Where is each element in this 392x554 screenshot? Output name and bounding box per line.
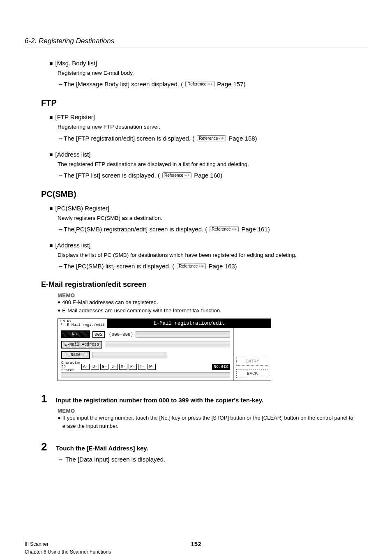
lcd-back-button[interactable]: BACK xyxy=(236,369,268,378)
ftp-register-ref-line: →The [FTP registration/edit] screen is d… xyxy=(58,135,367,142)
square-icon: ■ xyxy=(49,242,53,248)
step-2-sub: → The [Data Input] screen is displayed. xyxy=(58,456,367,463)
lcd-char-key[interactable]: G- xyxy=(100,364,108,370)
square-icon: ■ xyxy=(49,205,53,211)
lcd-char-key-selected[interactable]: No.etc xyxy=(212,364,230,370)
lcd-name-field xyxy=(92,352,166,358)
square-icon: ■ xyxy=(49,60,53,66)
ftp-heading: FTP xyxy=(41,98,367,108)
step-number: 1 xyxy=(41,392,50,405)
msg-body-title: [Msg. Body list] xyxy=(55,60,97,67)
lcd-char-row: Character to search A- D- G- J- M- P- T-… xyxy=(61,361,230,372)
lcd-name-key[interactable]: Name xyxy=(61,351,90,359)
email-memo-block: MEMO ●400 E-Mail addresses can be regist… xyxy=(58,292,367,314)
lcd-char-key[interactable]: W- xyxy=(148,364,156,370)
pcsmb-address-ref-line: →The [PC(SMB) list] screen is displayed.… xyxy=(58,263,367,270)
pcsmb-address-arrow-suffix: Page 163) xyxy=(208,263,237,270)
msg-body-desc: Registering a new E-mail body. xyxy=(58,69,367,77)
reference-badge: Reference xyxy=(185,81,214,87)
step-2-title: Touch the [E-Mail Address] key. xyxy=(56,442,148,452)
lcd-header: ENTRY └─ E-Mail regi./edit E-Mail regist… xyxy=(58,319,271,328)
bullet-icon: ● xyxy=(58,414,61,430)
page-number: 152 xyxy=(191,540,201,547)
lcd-char-label: Character to search xyxy=(61,361,80,372)
footer-line2: Chapter 6 Using the Scanner Functions xyxy=(25,548,111,554)
lcd-no-range: (000-399) xyxy=(107,332,133,337)
lcd-no-key[interactable]: No. xyxy=(61,330,90,338)
lcd-char-key[interactable]: A- xyxy=(81,364,90,370)
step-1-memo: MEMO ●If you input the wrong number, tou… xyxy=(58,408,367,430)
footer-left: III Scanner Chapter 6 Using the Scanner … xyxy=(25,540,111,554)
reference-badge-label: Reference xyxy=(164,173,183,178)
arrow-dots-icon xyxy=(219,137,224,139)
email-memo-item: 400 E-Mail addresses can be registered. xyxy=(62,298,158,307)
lcd-email-address-key[interactable]: E-Mail Address xyxy=(61,341,102,349)
page-footer: III Scanner Chapter 6 Using the Scanner … xyxy=(25,537,367,554)
arrow-dots-icon xyxy=(232,228,237,231)
square-icon: ■ xyxy=(49,114,53,120)
pcsmb-address-title: [Address list] xyxy=(55,242,90,249)
ftp-address-desc: The registered FTP destinations are disp… xyxy=(58,160,367,169)
lcd-breadcrumb: ENTRY └─ E-Mail regi./edit xyxy=(58,319,108,328)
ftp-register-arrow-prefix: →The [FTP registration/edit] screen is d… xyxy=(58,135,194,142)
lcd-filler xyxy=(136,331,230,338)
reference-badge-label: Reference xyxy=(179,264,198,268)
pcsmb-register-title: [PC(SMB) Register] xyxy=(55,205,109,212)
bullet-icon: ● xyxy=(58,307,60,315)
email-reg-heading: E-Mail registration/edit screen xyxy=(41,280,367,289)
reference-badge: Reference xyxy=(177,263,206,269)
lcd-crumb-bottom: └─ E-Mail regi./edit xyxy=(60,323,105,327)
msg-body-ref-line: →The [Message Body list] screen displaye… xyxy=(58,81,367,88)
ftp-address-title: [Address list] xyxy=(55,151,90,158)
lcd-char-key[interactable]: J- xyxy=(110,364,118,370)
msg-body-arrow-prefix: →The [Message Body list] screen displaye… xyxy=(58,81,183,88)
lcd-char-key[interactable]: D- xyxy=(91,364,99,370)
lcd-email-field xyxy=(105,342,230,348)
lcd-title: E-Mail registration/edit xyxy=(108,321,271,326)
square-icon: ■ xyxy=(49,152,53,157)
lcd-screenshot: ENTRY └─ E-Mail regi./edit E-Mail regist… xyxy=(58,319,271,381)
step-number: 2 xyxy=(41,441,50,453)
ftp-register-bullet: ■ [FTP Register] xyxy=(49,113,367,120)
pcsmb-register-ref-line: →The[PC(SMB) registration/edit] screen i… xyxy=(58,226,367,233)
ftp-register-arrow-suffix: Page 158) xyxy=(228,135,257,142)
email-memo-item: E-Mail addresses are used commonly with … xyxy=(62,307,221,315)
ftp-register-desc: Registering a new FTP destination server… xyxy=(58,123,367,131)
arrow-dots-icon xyxy=(208,83,212,85)
footer-line1: III Scanner xyxy=(25,540,111,548)
step-2: 2 Touch the [E-Mail Address] key. xyxy=(41,441,367,453)
section-header: 6-2. Registering Destinations xyxy=(25,37,367,48)
pcsmb-register-bullet: ■ [PC(SMB) Register] xyxy=(49,205,367,212)
pcsmb-address-arrow-prefix: →The [PC(SMB) list] screen is displayed.… xyxy=(58,263,174,270)
arrow-dots-icon xyxy=(184,174,189,176)
ftp-register-title: [FTP Register] xyxy=(55,113,95,120)
step-1: 1 Input the registration number from 000… xyxy=(41,392,367,405)
reference-badge-label: Reference xyxy=(212,227,231,231)
lcd-char-key[interactable]: M- xyxy=(119,364,127,370)
bullet-icon: ● xyxy=(58,298,60,307)
lcd-char-key[interactable]: T- xyxy=(138,364,146,370)
reference-badge-label: Reference xyxy=(199,136,218,141)
lcd-no-value: 002 xyxy=(92,331,105,338)
pcsmb-register-arrow-suffix: Page 161) xyxy=(241,226,270,233)
reference-badge: Reference xyxy=(197,135,226,141)
ftp-address-bullet: ■ [Address list] xyxy=(49,151,367,158)
lcd-right-panel: ENTRY BACK xyxy=(234,328,271,381)
step-1-title: Input the registration number from 000 t… xyxy=(56,394,263,404)
lcd-char-key[interactable]: P- xyxy=(129,364,137,370)
reference-badge: Reference xyxy=(162,172,191,178)
ftp-address-ref-line: →The [FTP list] screen is displayed. ( R… xyxy=(58,172,367,179)
ftp-address-arrow-suffix: Page 160) xyxy=(194,172,222,179)
lcd-char-label-bottom: to search xyxy=(61,365,74,372)
lcd-left-panel: No. 002 (000-399) E-Mail Address Name Ch… xyxy=(58,328,234,381)
ftp-address-arrow-prefix: →The [FTP list] screen is displayed. ( xyxy=(58,172,160,179)
memo-label: MEMO xyxy=(58,292,367,298)
memo-label: MEMO xyxy=(58,408,367,414)
arrow-dots-icon xyxy=(199,265,204,268)
pcsmb-address-bullet: ■ [Address list] xyxy=(49,242,367,249)
reference-badge: Reference xyxy=(210,226,239,232)
step-1-memo-text: If you input the wrong number, touch the… xyxy=(62,414,367,430)
pcsmb-register-desc: Newly registers PC(SMB) as a destination… xyxy=(58,214,367,222)
lcd-entry-button[interactable]: ENTRY xyxy=(236,357,268,366)
pcsmb-address-desc: Displays the list of PC (SMB) for destin… xyxy=(58,251,367,259)
